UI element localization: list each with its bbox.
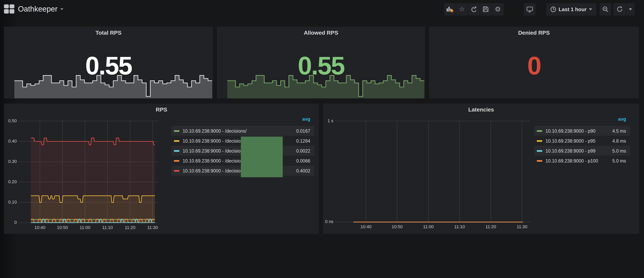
legend-row[interactable]: 10.10.69.238:9000 - p954.8 ms (534, 136, 630, 146)
y-tick-label: 1 s (323, 118, 333, 123)
x-tick-label: 10:40 (32, 225, 48, 230)
zoom-out-icon (602, 6, 609, 12)
tv-icon (526, 6, 533, 12)
legend-row[interactable]: 10.10.69.238:9000 - p995.0 ms (534, 146, 630, 156)
refresh-icon (616, 6, 623, 12)
legend-avg-header[interactable]: avg (172, 115, 314, 123)
rps-plot (18, 119, 158, 225)
legend-series-value: 4.5 ms (603, 128, 626, 133)
time-range-picker[interactable]: Last 1 hour (546, 3, 596, 15)
series-color-dash (174, 130, 180, 132)
star-button[interactable]: ☆ (456, 3, 468, 15)
panel-title[interactable]: Latencies (323, 106, 639, 113)
grafana-dashboard: Oathkeeper ☆ (0, 0, 644, 278)
series-color-dash (537, 140, 542, 142)
panel-denied-rps: Denied RPS 0 (429, 27, 639, 98)
legend-series-label: 10.10.69.238:9000 - /decisions/ (183, 128, 287, 133)
caret-down-icon (629, 8, 632, 10)
y-tick-label: 0.20 (4, 179, 17, 184)
x-tick-label: 10:50 (54, 225, 70, 230)
zoom-out-button[interactable] (600, 3, 611, 15)
refresh-split-button (613, 3, 634, 15)
y-tick-label: 0.10 (4, 200, 17, 205)
legend-row[interactable]: 10.10.69.238:9000 - p904.5 ms (534, 126, 630, 136)
x-tick-label: 11:20 (122, 225, 138, 230)
latencies-plot (335, 119, 530, 225)
sparkline (14, 74, 212, 98)
stat-value: 0 (429, 50, 639, 82)
add-panel-icon (446, 5, 454, 13)
x-tick-label: 11:00 (420, 225, 436, 229)
legend-series-label: 10.10.69.238:9000 - p100 (546, 158, 603, 163)
panel-title[interactable]: Allowed RPS (217, 29, 425, 36)
save-button[interactable] (480, 3, 492, 15)
x-tick-label: 11:20 (483, 225, 499, 229)
sparkline (227, 74, 424, 98)
y-tick-label: 0 ns (323, 219, 333, 224)
save-icon (483, 6, 489, 12)
legend-series-value: 0.0022 (287, 148, 310, 153)
x-tick-label: 11:30 (514, 225, 530, 229)
panel-title[interactable]: RPS (4, 106, 319, 113)
y-tick-label: 0.50 (4, 118, 17, 123)
panel-allowed-rps: Allowed RPS 0.55 (217, 27, 425, 98)
series-color-dash (174, 160, 180, 162)
dashboard-title-dropdown[interactable]: Oathkeeper (18, 5, 64, 13)
y-tick-label: 0.40 (4, 139, 17, 143)
star-icon: ☆ (459, 6, 465, 12)
legend-series-value: 5.0 ms (603, 148, 626, 153)
caret-down-icon (589, 8, 592, 10)
legend-series-value: 0.4002 (287, 168, 310, 173)
legend-series-value: 0.0066 (287, 158, 310, 163)
legend-series-label: 10.10.69.238:9000 - p90 (546, 128, 603, 133)
series-color-dash (537, 130, 542, 132)
x-tick-label: 11:10 (100, 225, 116, 230)
panel-latencies-graph: Latencies 1 s0 ns 10:4010:5011:0011:1011… (323, 104, 639, 234)
clock-icon (550, 6, 556, 12)
caret-down-icon (60, 8, 64, 10)
series-color-dash (174, 140, 180, 142)
settings-button[interactable]: ⚙ (492, 3, 504, 15)
y-tick-label: 0 (4, 220, 17, 225)
x-tick-label: 11:10 (452, 225, 468, 229)
legend-series-value: 0.1284 (287, 138, 310, 143)
share-icon (470, 6, 477, 12)
panel-title[interactable]: Denied RPS (429, 29, 639, 36)
dashboards-grid-button[interactable] (4, 4, 15, 14)
series-color-dash (537, 160, 542, 162)
navbar: Oathkeeper ☆ (0, 0, 644, 18)
panel-total-rps: Total RPS 0.55 (4, 27, 213, 98)
x-tick-label: 10:40 (358, 225, 374, 229)
add-panel-button[interactable] (444, 3, 456, 15)
x-tick-label: 11:00 (77, 225, 93, 230)
grid-icon (4, 4, 9, 8)
series-color-dash (537, 150, 542, 152)
x-tick-label: 11:30 (144, 225, 160, 230)
gear-icon: ⚙ (495, 6, 501, 12)
latencies-legend-table: avg10.10.69.238:9000 - p904.5 ms10.10.69… (534, 115, 630, 166)
y-tick-label: 0.30 (4, 159, 17, 164)
legend-row[interactable]: 10.10.69.238:9000 - p1005.0 ms (534, 156, 630, 166)
x-tick-label: 10:50 (389, 225, 405, 229)
series-color-dash (174, 170, 180, 171)
legend-avg-header[interactable]: avg (534, 115, 630, 123)
panel-rps-graph: RPS 0.500.400.300.200.100 10:4010:5011:0… (4, 104, 319, 234)
legend-series-label: 10.10.69.238:9000 - p99 (546, 148, 603, 153)
legend-row[interactable]: 10.10.69.238:9000 - /decisions/0.0167 (172, 126, 314, 136)
share-button[interactable] (468, 3, 480, 15)
dashboard-title: Oathkeeper (18, 5, 58, 13)
legend-series-value: 4.8 ms (603, 138, 626, 143)
legend-series-value: 5.0 ms (603, 158, 626, 163)
cycle-view-button[interactable] (524, 3, 536, 15)
legend-series-value: 0.0167 (287, 128, 310, 133)
green-overlay-artifact (241, 137, 283, 177)
refresh-button[interactable] (613, 3, 626, 15)
legend-series-label: 10.10.69.238:9000 - p95 (546, 138, 603, 143)
panel-title[interactable]: Total RPS (4, 29, 213, 36)
time-range-label: Last 1 hour (559, 6, 586, 12)
series-color-dash (174, 150, 180, 152)
refresh-interval-dropdown[interactable] (626, 3, 634, 15)
